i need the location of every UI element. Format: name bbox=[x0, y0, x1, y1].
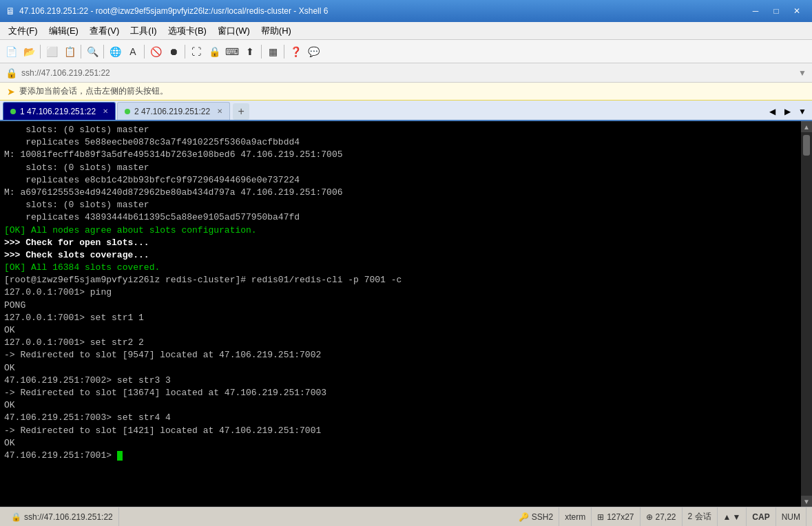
notice-icon: ➤ bbox=[7, 86, 15, 97]
titlebar: 🖥 47.106.219.251:22 - root@izwz9ef5sjam9… bbox=[0, 0, 812, 22]
window-title: 47.106.219.251:22 - root@izwz9ef5sjam9pv… bbox=[19, 6, 746, 16]
tab-next[interactable]: ▶ bbox=[780, 103, 794, 120]
chat-btn[interactable]: 💬 bbox=[305, 43, 322, 60]
tabbar: 1 47.106.219.251:22 ✕ 2 47.106.219.251:2… bbox=[0, 101, 812, 121]
menu-edit[interactable]: 编辑(E) bbox=[43, 23, 84, 39]
tab-add-button[interactable]: + bbox=[233, 103, 249, 120]
cap-label: CAP bbox=[752, 512, 769, 522]
keyboard-btn[interactable]: ⌨ bbox=[224, 43, 240, 60]
terminal-line: 127.0.0.1:7001> ping bbox=[4, 286, 797, 299]
status-ssh-address: 🔒 ssh://47.106.219.251:22 bbox=[6, 507, 119, 526]
status-dimensions-text: 127x27 bbox=[607, 512, 634, 522]
close-button[interactable]: ✕ bbox=[787, 3, 806, 19]
tab-session-2[interactable]: 2 47.106.219.251:22 ✕ bbox=[117, 102, 230, 120]
tab-dot-2 bbox=[125, 109, 130, 114]
notice-text: 要添加当前会话，点击左侧的箭头按钮。 bbox=[19, 85, 168, 97]
menu-view[interactable]: 查看(V) bbox=[84, 23, 125, 39]
tab-session-1[interactable]: 1 47.106.219.251:22 ✕ bbox=[3, 102, 116, 120]
menu-file[interactable]: 文件(F) bbox=[3, 23, 43, 39]
status-num: NUM bbox=[776, 507, 806, 526]
status-lock-icon: 🔒 bbox=[11, 512, 21, 522]
dropdown-arrow[interactable]: ▼ bbox=[798, 68, 806, 78]
terminal[interactable]: slots: (0 slots) master replicates 5e88e… bbox=[0, 121, 801, 507]
terminal-line: replicates 43893444b611395c5a88ee9105ad5… bbox=[4, 211, 797, 224]
terminal-line: [root@izwz9ef5sjam9pvfyiz26lz redis-clus… bbox=[4, 274, 797, 286]
layout-btn[interactable]: ▦ bbox=[264, 43, 281, 60]
status-protocol-text: SSH2 bbox=[532, 512, 553, 522]
status-protocol: 🔑 SSH2 bbox=[513, 507, 559, 526]
status-sessions-text: 2 会话 bbox=[688, 511, 711, 523]
maximize-button[interactable]: □ bbox=[767, 3, 786, 19]
tab-label-2: 2 47.106.219.251:22 bbox=[134, 107, 210, 116]
terminal-line: OK bbox=[4, 324, 797, 337]
terminal-line: 47.106.219.251:7003> set str4 4 bbox=[4, 412, 797, 424]
menu-window[interactable]: 窗口(W) bbox=[212, 23, 256, 39]
terminal-line: OK bbox=[4, 399, 797, 412]
terminal-line: 127.0.0.1:7001> set str1 1 bbox=[4, 312, 797, 324]
status-address-text: ssh://47.106.219.251:22 bbox=[24, 512, 113, 522]
terminal-line: slots: (0 slots) master bbox=[4, 199, 797, 211]
terminal-line: [OK] All nodes agree about slots configu… bbox=[4, 224, 797, 237]
toolbar: 📄 📂 ⬜ 📋 🔍 🌐 A 🚫 ⏺ ⛶ 🔒 ⌨ ⬆ ▦ ❓ 💬 bbox=[0, 40, 812, 63]
statusbar: 🔒 ssh://47.106.219.251:22 🔑 SSH2 xterm ⊞… bbox=[0, 507, 812, 526]
status-encoding-text: xterm bbox=[565, 512, 585, 522]
scroll-down-arrow[interactable]: ▼ bbox=[801, 496, 812, 507]
noticebar: ➤ 要添加当前会话，点击左侧的箭头按钮。 bbox=[0, 83, 812, 101]
terminal-line: replicates 5e88eecbe0878c3a7f4910225f536… bbox=[4, 136, 797, 149]
terminal-cursor bbox=[117, 451, 123, 461]
connect-btn[interactable]: 🌐 bbox=[107, 43, 123, 60]
transfer-btn[interactable]: ⬆ bbox=[242, 43, 258, 60]
tab-navigation: ◀ ▶ ▼ bbox=[765, 103, 809, 120]
status-scroll-controls[interactable]: ▲ ▼ bbox=[718, 507, 747, 526]
status-grid-icon: ⊞ bbox=[597, 512, 604, 522]
font-btn[interactable]: A bbox=[125, 43, 141, 60]
tab-menu[interactable]: ▼ bbox=[795, 103, 809, 120]
help-btn[interactable]: ❓ bbox=[287, 43, 304, 60]
open-btn[interactable]: 📂 bbox=[21, 43, 37, 60]
tab-prev[interactable]: ◀ bbox=[765, 103, 779, 120]
terminal-line: -> Redirected to slot [1421] located at … bbox=[4, 425, 797, 437]
copy-btn[interactable]: ⬜ bbox=[43, 43, 60, 60]
minimize-button[interactable]: ─ bbox=[746, 3, 765, 19]
terminal-line: replicates e8cb1c42bb93bfcfc9f9729649446… bbox=[4, 174, 797, 187]
status-pos-icon: ⊕ bbox=[646, 512, 653, 522]
scroll-down-icon[interactable]: ▼ bbox=[732, 512, 740, 522]
status-position: ⊕ 27,22 bbox=[641, 507, 683, 526]
stop-btn[interactable]: 🚫 bbox=[147, 43, 164, 60]
terminal-line: >>> Check for open slots... bbox=[4, 237, 797, 249]
status-dimensions: ⊞ 127x27 bbox=[592, 507, 640, 526]
scroll-up-arrow[interactable]: ▲ bbox=[801, 121, 812, 132]
terminal-line: 47.106.219.251:7002> set str3 3 bbox=[4, 375, 797, 387]
menu-help[interactable]: 帮助(H) bbox=[256, 23, 297, 39]
scroll-thumb[interactable] bbox=[803, 135, 810, 156]
tab-label-1: 1 47.106.219.251:22 bbox=[20, 107, 96, 116]
terminal-line: slots: (0 slots) master bbox=[4, 124, 797, 136]
fullscreen-btn[interactable]: ⛶ bbox=[188, 43, 205, 60]
lock-btn[interactable]: 🔒 bbox=[206, 43, 222, 60]
addressbar: 🔒 ssh://47.106.219.251:22 ▼ bbox=[0, 63, 812, 83]
app-icon: 🖥 bbox=[6, 6, 15, 17]
menu-tabs[interactable]: 选项卡(B) bbox=[163, 23, 212, 39]
status-key-icon: 🔑 bbox=[519, 512, 529, 522]
find-btn[interactable]: 🔍 bbox=[84, 43, 101, 60]
terminal-line: M: a6976125553e4d94240d872962be80ab434d7… bbox=[4, 187, 797, 199]
tab-dot-1 bbox=[10, 109, 16, 114]
terminal-line: >>> Check slots coverage... bbox=[4, 249, 797, 262]
status-sessions: 2 会话 bbox=[683, 507, 718, 526]
tab-close-1[interactable]: ✕ bbox=[103, 107, 108, 115]
menu-tools[interactable]: 工具(I) bbox=[125, 23, 162, 39]
terminal-line: 47.106.219.251:7001> bbox=[4, 450, 797, 462]
terminal-line: -> Redirected to slot [13674] located at… bbox=[4, 387, 797, 399]
status-encoding: xterm bbox=[559, 507, 592, 526]
record-btn[interactable]: ⏺ bbox=[165, 43, 182, 60]
terminal-line: slots: (0 slots) master bbox=[4, 162, 797, 174]
terminal-line: -> Redirected to slot [9547] located at … bbox=[4, 349, 797, 361]
new-btn[interactable]: 📄 bbox=[3, 43, 19, 60]
paste-btn[interactable]: 📋 bbox=[61, 43, 78, 60]
status-cap: CAP bbox=[747, 507, 775, 526]
tab-close-2[interactable]: ✕ bbox=[217, 107, 222, 115]
terminal-line: [OK] All 16384 slots covered. bbox=[4, 262, 797, 274]
scrollbar[interactable]: ▲ ▼ bbox=[801, 121, 812, 507]
status-position-text: 27,22 bbox=[656, 512, 676, 522]
scroll-up-icon[interactable]: ▲ bbox=[723, 512, 731, 522]
